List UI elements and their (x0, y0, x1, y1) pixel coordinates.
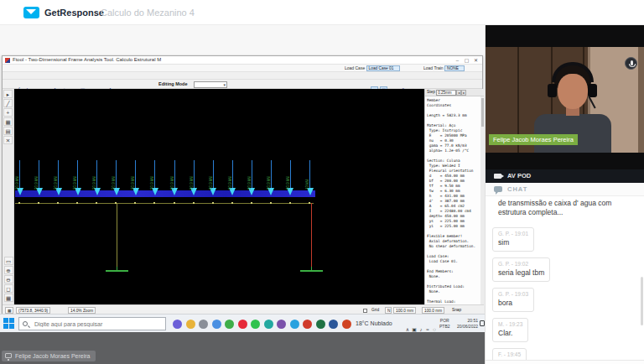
taskbar-edge-icon[interactable] (173, 320, 182, 329)
ftool-workspace: ▸╱+▦▤✕ ▭⊕⊖◻▦ 20.9 kN20.9 kN20.9 kN20.9 k… (3, 89, 484, 304)
chat-footer-divider (486, 360, 644, 364)
av-pod-header[interactable]: AV POD (486, 169, 644, 183)
taskbar-teams-icon[interactable] (264, 320, 273, 329)
load-value-label: 20.9 kN (73, 161, 78, 190)
ftool-app-icon (5, 58, 10, 63)
model-node (231, 202, 233, 204)
step-value-select[interactable]: 0.25mm (436, 90, 456, 96)
language-indicator[interactable]: POR PTB2 (439, 318, 450, 330)
keyboard-tool-icon[interactable]: ▤ (3, 127, 13, 135)
start-button[interactable] (3, 318, 14, 329)
maximize-button[interactable]: ▢ (462, 57, 471, 64)
chat-scrollbar[interactable] (641, 277, 643, 325)
model-node (134, 202, 136, 204)
grid-x-field[interactable]: 100.0 mm (393, 307, 416, 314)
load-value-label: 20.9 kN (247, 161, 252, 190)
properties-panel: Step 0.25mm◂▸ Member Coordinates Length … (424, 89, 484, 304)
model-node (251, 202, 252, 204)
editing-mode-dropdown[interactable] (194, 81, 227, 88)
ftool-titlebar[interactable]: Ftool - Two-Dimensional Frame Analysis T… (3, 56, 482, 65)
video-name-tag: Felipe Jacob Moraes Pereira (489, 134, 578, 145)
chat-message-author: M. - 19:23 (498, 321, 522, 327)
grid-y-field[interactable]: 100.0 mm (422, 307, 444, 314)
video-pod: Felipe Jacob Moraes Pereira AV POD (486, 25, 644, 183)
properties-scrollbar[interactable] (480, 96, 484, 304)
member-properties-text: Member Coordinates Length = 5823.3 mm Ma… (427, 98, 479, 303)
taskbar-opera-icon[interactable] (238, 320, 247, 329)
taskbar-telegram-icon[interactable] (290, 320, 299, 329)
zoom-in-icon[interactable]: ⊕ (4, 266, 13, 274)
av-pod-label: AV POD (507, 172, 531, 179)
chat-message-list: de transmissão e caixa d' agua com estru… (492, 200, 633, 364)
chat-message-author: G. P. - 19:03 (498, 291, 528, 297)
pointer-tool-icon[interactable]: ▸ (3, 90, 13, 98)
grid-tool-icon[interactable]: ▦ (3, 117, 13, 126)
model-node (193, 202, 195, 204)
weather-widget[interactable]: 18°C Nublado (356, 320, 392, 326)
taskbar-explorer-icon[interactable] (199, 320, 208, 329)
camera-icon (494, 174, 501, 179)
close-button[interactable]: ✕ (471, 57, 480, 64)
load-case-select[interactable]: Load Case 01 (366, 65, 400, 71)
taskbar-chrome-icon[interactable] (212, 320, 221, 329)
grid-checkbox-label: Grid (370, 307, 381, 314)
delete-tool-icon[interactable]: ✕ (3, 136, 13, 144)
taskbar-mail-icon[interactable] (186, 320, 195, 329)
taskbar-discord-icon[interactable] (277, 320, 286, 329)
line-tool-icon[interactable]: ╱ (3, 99, 13, 107)
taskbar-store-icon[interactable] (225, 320, 234, 329)
redraw-icon[interactable]: ▦ (4, 294, 13, 302)
model-node (153, 202, 155, 204)
taskbar-whatsapp-icon[interactable] (251, 320, 260, 329)
taskbar-autocad-icon[interactable] (303, 320, 312, 329)
model-node (289, 202, 291, 204)
load-value-label: 20.9 kN (150, 161, 155, 190)
step-label: Step (427, 90, 435, 94)
chat-message: G. P. - 19:02seria legal tbm (492, 257, 550, 282)
microphone-button[interactable] (625, 57, 637, 70)
step-increase-button[interactable]: ▸ (461, 90, 466, 96)
zoom-out-icon[interactable]: ⊖ (4, 275, 13, 283)
ftool-window: Ftool - Two-Dimensional Frame Analysis T… (2, 55, 483, 314)
search-input[interactable] (33, 319, 158, 329)
ftool-toolbar-file: ▯▤▣▥▨↶↷ (3, 72, 482, 80)
chat-message-text: bora (498, 299, 528, 308)
load-value-label: 20.9 kN (190, 161, 195, 190)
taskbar-clock[interactable]: 20:51 20/06/2022 (454, 318, 478, 330)
load-train-select[interactable]: NONE (444, 65, 465, 71)
step-control: Step 0.25mm◂▸ (425, 89, 484, 96)
minimize-button[interactable]: – (453, 57, 462, 64)
right-support (300, 270, 323, 272)
load-value-label: 20.9 kN (267, 161, 272, 190)
load-value-label: 20.9 kN (170, 161, 175, 190)
taskbar-search[interactable] (18, 317, 166, 330)
chat-message-author: F. - 19:45 (498, 351, 521, 357)
taskbar-powerpoint-icon[interactable] (342, 320, 351, 329)
ftool-canvas[interactable]: 20.9 kN20.9 kN20.9 kN20.9 kN20.9 kN20.9 … (14, 89, 424, 304)
search-icon (23, 321, 28, 326)
clock-time: 20:51 (454, 318, 478, 324)
presenter-tag: Felipe Jacob Moraes Pereira (2, 351, 96, 361)
zoom-level-select[interactable]: 14.0% Zoom (68, 307, 96, 314)
load-value-label: 20.9 kN (34, 161, 39, 190)
add-node-tool-icon[interactable]: + (3, 108, 13, 117)
grid-checkbox[interactable] (363, 309, 367, 313)
chat-header[interactable]: CHAT (486, 183, 644, 196)
fit-view-icon[interactable]: ▭ (4, 257, 13, 265)
model-node (309, 202, 310, 204)
load-value-label: 20.9 kN (112, 161, 117, 190)
zoom-window-icon[interactable]: ◻ (4, 284, 13, 293)
left-column-member (117, 203, 117, 270)
chat-message: de transmissão e caixa d' agua com estru… (492, 198, 626, 221)
taskbar-excel-icon[interactable] (316, 320, 325, 329)
model-node (96, 202, 97, 204)
model-node (212, 202, 214, 204)
chat-message-text: sim (498, 238, 528, 247)
model-node (76, 202, 78, 204)
chat-message-author: G. P. - 19:02 (498, 261, 544, 267)
right-column-member (311, 203, 312, 270)
snap-label: Snap (450, 307, 463, 314)
taskbar-word-icon[interactable] (329, 320, 338, 329)
model-node (38, 202, 39, 204)
model-node (57, 202, 59, 204)
